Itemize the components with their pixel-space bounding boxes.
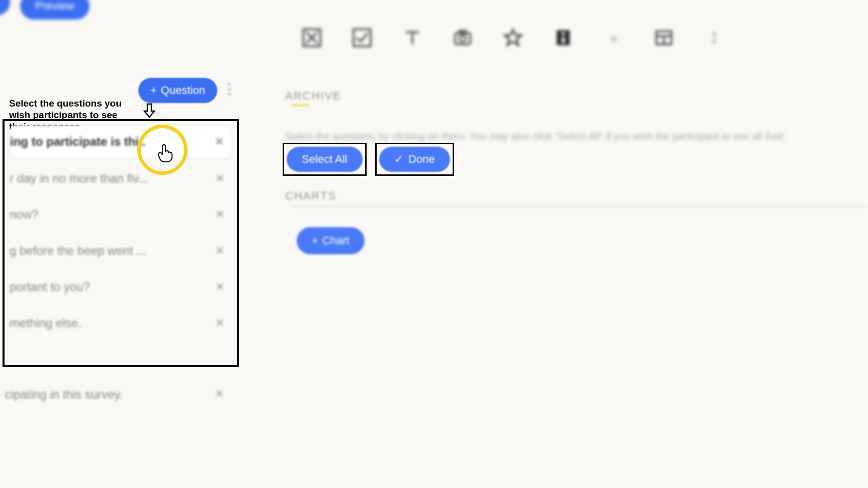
close-icon[interactable]: ✕	[215, 244, 224, 257]
close-icon[interactable]: ✕	[215, 208, 224, 221]
done-label: Done	[408, 153, 435, 166]
info-icon[interactable]	[553, 28, 573, 48]
question-item[interactable]: r day in no more than fiv... ✕	[10, 162, 232, 194]
question-text: r day in no more than fiv...	[10, 171, 148, 185]
question-list-panel: ing to participate is thi.. ✕ r day in n…	[3, 119, 239, 367]
svg-rect-11	[562, 32, 565, 35]
star-icon[interactable]	[503, 28, 523, 48]
svg-rect-8	[460, 31, 466, 34]
svg-rect-3	[354, 29, 371, 46]
close-box-icon[interactable]	[302, 28, 322, 48]
charts-divider	[292, 206, 868, 207]
cursor-hand-icon	[157, 143, 172, 162]
charts-heading: CHARTS	[285, 189, 336, 203]
archive-underline	[292, 105, 309, 106]
question-text: g before the beep went ...	[10, 244, 146, 258]
arrow-down-icon	[143, 103, 155, 118]
question-text: now?	[10, 208, 38, 222]
archive-description: Select the questions by clicking on them…	[285, 131, 785, 142]
camera-icon[interactable]	[453, 28, 473, 48]
check-icon: ✓	[394, 153, 403, 166]
question-item[interactable]: now? ✕	[10, 199, 232, 231]
svg-rect-12	[562, 37, 565, 43]
header-circle	[0, 0, 10, 15]
question-item[interactable]: mething else. ✕	[10, 307, 232, 339]
close-icon[interactable]: ✕	[215, 135, 224, 148]
done-button[interactable]: ✓ Done	[379, 147, 450, 172]
question-item[interactable]: ing to participate is thi.. ✕	[10, 125, 232, 158]
resize-icon[interactable]	[704, 28, 724, 48]
close-icon[interactable]: ✕	[215, 172, 224, 185]
text-icon[interactable]	[402, 28, 422, 48]
add-chart-button[interactable]: + Chart	[297, 227, 365, 254]
question-item[interactable]: g before the beep went ... ✕	[10, 235, 232, 267]
svg-marker-9	[504, 30, 522, 45]
question-text: portant to you?	[10, 280, 90, 294]
toolbar	[292, 20, 868, 55]
question-text: mething else.	[10, 316, 81, 330]
plus-icon: +	[150, 84, 157, 97]
select-all-highlight: Select All	[283, 143, 367, 176]
chevron-icon[interactable]	[603, 28, 624, 48]
done-highlight: ✓ Done	[375, 143, 454, 176]
question-text: cipating in this survey.	[5, 387, 123, 401]
archive-heading: ARCHIVE	[285, 89, 341, 103]
more-menu-icon[interactable]: ⋮	[222, 80, 236, 97]
checkbox-icon[interactable]	[352, 28, 372, 48]
close-icon[interactable]: ✕	[215, 317, 224, 330]
question-text: ing to participate is thi..	[10, 135, 145, 149]
plus-icon: +	[312, 234, 318, 247]
svg-point-7	[460, 36, 466, 42]
question-item[interactable]: cipating in this survey. ✕	[5, 378, 231, 411]
preview-button[interactable]: Preview	[20, 0, 90, 20]
question-label: Question	[161, 84, 205, 97]
close-icon[interactable]: ✕	[215, 280, 224, 294]
question-item[interactable]: portant to you? ✕	[10, 271, 232, 303]
preview-label: Preview	[35, 0, 74, 12]
select-all-button[interactable]: Select All	[287, 147, 363, 172]
select-all-label: Select All	[302, 153, 348, 165]
add-question-button[interactable]: + Question	[138, 78, 217, 103]
layout-icon[interactable]	[654, 28, 674, 48]
close-icon[interactable]: ✕	[215, 387, 224, 401]
svg-rect-6	[455, 33, 470, 44]
chart-label: Chart	[322, 234, 350, 247]
